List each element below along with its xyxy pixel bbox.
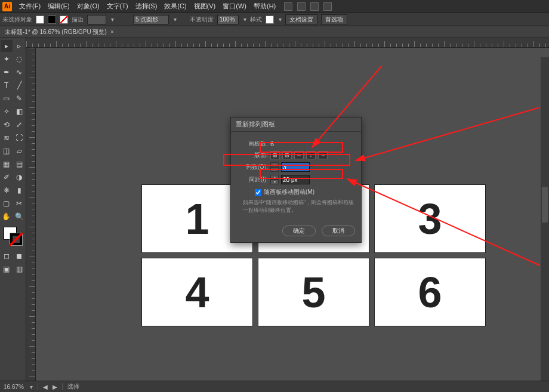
menu-help[interactable]: 帮助(H) (250, 2, 279, 11)
selection-tool[interactable]: ▸ (1, 40, 13, 52)
opacity-dropdown-icon[interactable] (242, 16, 246, 23)
columns-label: 列数(O): (237, 163, 268, 171)
rearrange-artboards-dialog: 重新排列图板 画板数: 6 版面: ⊞ ⊟ ↔ ↓ → 列数(O): ▴▾ 间距… (230, 117, 362, 243)
spacing-input[interactable] (281, 175, 310, 184)
column-graph-tool[interactable]: ▮ (14, 184, 26, 196)
columns-stepper[interactable]: ▴▾ (270, 162, 279, 172)
vertical-ruler[interactable] (26, 48, 36, 381)
menu-type[interactable]: 文字(T) (103, 2, 132, 11)
preferences-button[interactable]: 首选项 (321, 14, 347, 25)
lasso-tool[interactable]: ◌ (14, 53, 26, 65)
opacity-input[interactable] (217, 15, 239, 24)
pen-tool[interactable]: ✒ (1, 66, 13, 78)
no-stroke-swatch[interactable] (60, 16, 68, 24)
rectangle-tool[interactable]: ▭ (1, 92, 13, 104)
artboard-tool[interactable]: ▢ (1, 197, 13, 209)
menu-object[interactable]: 对象(O) (73, 2, 103, 11)
fill-swatch[interactable] (36, 16, 44, 24)
profile-dropdown-icon[interactable] (172, 16, 177, 23)
brush-profile-input[interactable] (133, 15, 169, 24)
document-tabbar: 未标题-1* @ 16.67% (RGB/GPU 预览) × (0, 26, 549, 38)
symbol-sprayer-tool[interactable]: ❋ (1, 184, 13, 196)
color-swatches[interactable] (4, 227, 23, 246)
draw-normal-icon[interactable]: ◻ (1, 250, 13, 262)
stroke-width-input[interactable] (87, 15, 106, 24)
change-screen-icon[interactable]: ▥ (14, 263, 26, 275)
app-logo: Ai (2, 2, 12, 11)
shape-builder-tool[interactable]: ◫ (1, 145, 13, 157)
gradient-tool[interactable]: ▤ (14, 158, 26, 170)
type-tool[interactable]: T (1, 79, 13, 91)
style-swatch[interactable] (266, 16, 274, 24)
cancel-button[interactable]: 取消 (322, 226, 355, 236)
menu-effect[interactable]: 效果(C) (161, 2, 190, 11)
tab-close-icon[interactable]: × (110, 29, 114, 35)
slice-tool[interactable]: ✂ (14, 197, 26, 209)
stroke-dropdown-icon[interactable] (110, 16, 114, 23)
hand-tool[interactable]: ✋ (1, 211, 13, 223)
horizontal-ruler[interactable] (26, 38, 549, 48)
layout-row-button[interactable]: ↔ (294, 151, 304, 159)
ok-button[interactable]: 确定 (282, 226, 316, 236)
layout-grid-row-button[interactable]: ⊞ (270, 151, 280, 159)
line-tool[interactable]: ╱ (14, 79, 26, 91)
nav-prev-icon[interactable]: ◀ (43, 384, 48, 390)
stock-icon[interactable] (297, 2, 306, 11)
magic-wand-tool[interactable]: ✦ (1, 53, 13, 65)
menubar: Ai 文件(F) 编辑(E) 对象(O) 文字(T) 选择(S) 效果(C) 视… (0, 0, 549, 13)
control-bar: 未选择对象 描边 不透明度 样式 文档设置 首选项 (0, 13, 549, 26)
artboard-5[interactable]: 5 (258, 258, 369, 326)
paintbrush-tool[interactable]: ✎ (14, 92, 26, 104)
layout-label: 版面: (237, 151, 268, 159)
vertical-scrollbar[interactable] (541, 57, 549, 381)
selection-label: 未选择对象 (2, 16, 32, 24)
style-dropdown-icon[interactable] (277, 16, 282, 23)
move-artwork-checkbox[interactable] (255, 189, 261, 196)
nav-next-icon[interactable]: ▶ (53, 384, 57, 390)
zoom-level[interactable]: 16.67% (4, 384, 24, 390)
arrange-icon[interactable] (310, 2, 319, 11)
current-tool-label: 选择 (67, 382, 79, 391)
bridge-icon[interactable] (284, 2, 292, 11)
layout-grid-col-button[interactable]: ⊟ (282, 151, 292, 159)
zoom-tool[interactable]: 🔍 (14, 211, 26, 223)
zoom-dropdown-icon[interactable] (29, 384, 33, 390)
free-transform-tool[interactable]: ⛶ (14, 132, 26, 144)
shaper-tool[interactable]: ✧ (1, 106, 13, 118)
layout-rtl-button[interactable]: → (318, 151, 328, 159)
scale-tool[interactable]: ⤢ (14, 119, 26, 131)
columns-input[interactable] (281, 162, 310, 172)
menu-file[interactable]: 文件(F) (16, 2, 44, 11)
tool-panel: ▸▹ ✦◌ ✒∿ T╱ ▭✎ ✧◧ ⟲⤢ ≋⛶ ◫▱ ▦▤ ✐◑ ❋▮ ▢✂ ✋… (0, 38, 26, 381)
artboard-4[interactable]: 4 (142, 258, 252, 326)
scrollbar-thumb[interactable] (542, 187, 548, 223)
doc-setup-button[interactable]: 文档设置 (285, 14, 317, 25)
curvature-tool[interactable]: ∿ (14, 66, 26, 78)
artboard-3[interactable]: 3 (375, 185, 485, 252)
move-artwork-checkbox-row[interactable]: 随画板移动图稿(M) (255, 188, 355, 196)
menu-window[interactable]: 窗口(W) (219, 2, 250, 11)
menu-select[interactable]: 选择(S) (132, 2, 161, 11)
opacity-label: 不透明度 (190, 16, 214, 24)
sync-icon[interactable] (323, 2, 332, 11)
no-color-icon (10, 233, 23, 246)
width-tool[interactable]: ≋ (1, 132, 13, 144)
rotate-tool[interactable]: ⟲ (1, 119, 13, 131)
perspective-tool[interactable]: ▱ (14, 145, 26, 157)
blend-tool[interactable]: ◑ (14, 171, 26, 183)
move-artwork-checkbox-label: 随画板移动图稿(M) (264, 188, 314, 196)
mesh-tool[interactable]: ▦ (1, 158, 13, 170)
eraser-tool[interactable]: ◧ (14, 106, 26, 118)
menu-view[interactable]: 视图(V) (190, 2, 220, 11)
screen-mode-icon[interactable]: ▣ (1, 263, 13, 275)
artboard-6[interactable]: 6 (375, 258, 485, 326)
draw-behind-icon[interactable]: ◼ (14, 250, 26, 262)
spacing-stepper[interactable]: ▴▾ (270, 175, 279, 184)
menu-edit[interactable]: 编辑(E) (44, 2, 73, 11)
direct-selection-tool[interactable]: ▹ (14, 40, 26, 52)
eyedropper-tool[interactable]: ✐ (1, 171, 13, 183)
document-tab[interactable]: 未标题-1* @ 16.67% (RGB/GPU 预览) × (5, 28, 114, 36)
stroke-swatch[interactable] (48, 16, 56, 24)
layout-col-button[interactable]: ↓ (306, 151, 316, 159)
status-bar: 16.67% ◀ ▶ 选择 (0, 381, 549, 392)
